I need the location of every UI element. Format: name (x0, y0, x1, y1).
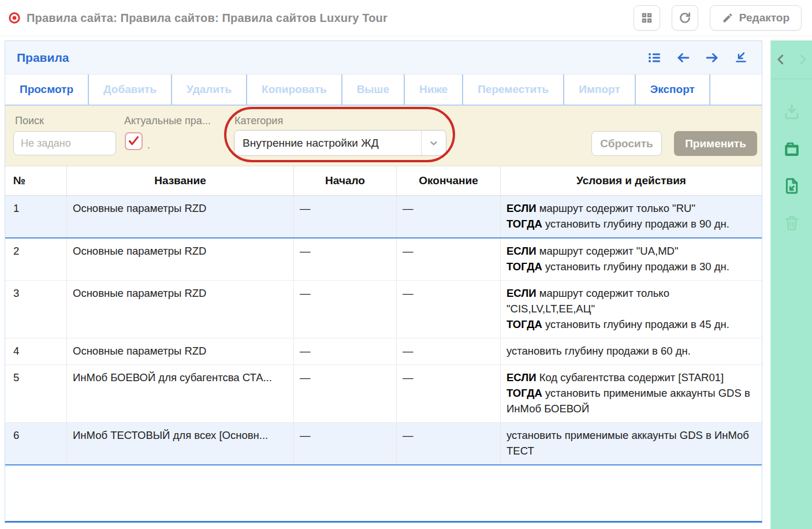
side-toolbar-nav (771, 40, 812, 79)
checkbox-suffix: . (147, 139, 150, 151)
table-row[interactable]: 6ИнМоб ТЕСТОВЫЙ для всех [Основн...——уст… (5, 423, 762, 465)
side-toolbar-tools (771, 79, 812, 233)
tab-export[interactable]: Экспорт (636, 74, 710, 105)
refresh-button[interactable] (672, 5, 698, 31)
chevron-right-icon (796, 53, 809, 66)
export-file-icon[interactable] (782, 176, 802, 196)
page-title: Правила сайта: Правила сайтов: Правила с… (27, 12, 388, 25)
topbar-actions: Редактор (634, 5, 802, 31)
cell-num: 6 (5, 423, 67, 464)
table-row[interactable]: 3Основные параметры RZD——ЕСЛИ маршрут со… (5, 281, 762, 338)
filter-bar: Поиск Актуальные пра... . Категория Внут… (5, 106, 762, 166)
search-label: Поиск (15, 115, 44, 127)
table-header: №НазваниеНачалоОкончаниеУсловия и действ… (5, 166, 762, 196)
cell-name: ИнМоб ТЕСТОВЫЙ для всех [Основн... (67, 423, 294, 464)
search-input[interactable] (13, 131, 116, 155)
refresh-icon (678, 11, 692, 25)
cell-conditions: ЕСЛИ маршрут содержит только "CIS,LV,LT,… (501, 281, 762, 338)
panel-title: Правила (17, 51, 69, 65)
rules-table: 1Основные параметры RZD——ЕСЛИ маршрут со… (5, 196, 762, 465)
save-icon[interactable] (782, 139, 802, 159)
column-header: Окончание (397, 166, 501, 195)
tab-down: Ниже (405, 74, 463, 105)
cell-num: 4 (5, 338, 67, 364)
table-row[interactable]: 1Основные параметры RZD——ЕСЛИ маршрут со… (5, 196, 762, 239)
apply-button[interactable]: Применить (674, 131, 757, 156)
chevron-left-icon[interactable] (774, 53, 787, 66)
category-label: Категория (234, 115, 283, 127)
cell-end: — (397, 196, 501, 237)
arrow-left-icon[interactable] (676, 51, 690, 65)
cell-end: — (397, 338, 501, 364)
cell-end: — (397, 423, 501, 464)
cell-num: 1 (5, 196, 67, 237)
top-bar: Правила сайта: Правила сайтов: Правила с… (0, 0, 812, 36)
cell-name: Основные параметры RZD (67, 239, 294, 280)
cell-start: — (294, 365, 397, 422)
tab-up: Выше (342, 74, 405, 105)
cell-conditions: установить глубину продажи в 60 дн. (501, 338, 762, 364)
cell-start: — (294, 239, 397, 280)
cell-start: — (294, 338, 397, 364)
category-dropdown[interactable]: Внутренние настройки ЖД (234, 130, 446, 156)
dock-arrow-icon[interactable] (734, 51, 748, 65)
table-row[interactable]: 4Основные параметры RZD——установить глуб… (5, 338, 762, 365)
cell-name: Основные параметры RZD (67, 196, 294, 237)
grid-icon (640, 12, 653, 24)
cell-start: — (294, 196, 397, 237)
trash-icon (782, 213, 802, 233)
cell-conditions: ЕСЛИ маршрут содержит только "RU"ТОГДА у… (501, 196, 762, 237)
cell-conditions: ЕСЛИ маршрут содержит "UA,MD"ТОГДА устан… (501, 239, 762, 280)
column-header: № (5, 166, 67, 195)
cell-conditions: установить применимые аккаунты GDS в ИнМ… (501, 423, 762, 464)
cell-num: 2 (5, 239, 67, 280)
actual-rules-checkbox[interactable] (125, 132, 143, 150)
cell-start: — (294, 423, 397, 464)
tab-view[interactable]: Просмотр (5, 74, 89, 105)
column-header: Название (67, 166, 294, 195)
actual-rules-label: Актуальные пра... (124, 115, 211, 127)
tab-add: Добавить (89, 74, 172, 105)
tab-move: Переместить (463, 74, 564, 105)
side-toolbar (770, 40, 812, 529)
toolbar-tabs: ПросмотрДобавитьУдалитьКопироватьВышеНиж… (5, 74, 762, 106)
grid-view-button[interactable] (634, 5, 660, 31)
import-download-icon (782, 102, 802, 122)
cell-end: — (397, 281, 501, 338)
table-row[interactable]: 5ИнМоб БОЕВОЙ для субагентсва СТА...——ЕС… (5, 365, 762, 423)
rules-panel: Правила (5, 40, 762, 523)
cell-end: — (397, 239, 501, 280)
tab-delete: Удалить (172, 74, 247, 105)
cell-num: 3 (5, 281, 67, 338)
tab-copy: Копировать (247, 74, 342, 105)
editor-button[interactable]: Редактор (710, 5, 802, 31)
chevron-down-icon (421, 131, 446, 155)
cell-end: — (397, 365, 501, 422)
list-icon[interactable] (647, 51, 661, 65)
column-header: Условия и действия (501, 166, 762, 195)
cell-name: ИнМоб БОЕВОЙ для субагентсва СТА... (67, 365, 294, 422)
pencil-icon (722, 12, 733, 24)
category-value: Внутренние настройки ЖД (234, 137, 421, 150)
cell-conditions: ЕСЛИ Код субагентства содержит [STAR01]Т… (501, 365, 762, 422)
table-row[interactable]: 2Основные параметры RZD——ЕСЛИ маршрут со… (5, 239, 762, 281)
reset-button[interactable]: Сбросить (591, 131, 662, 156)
target-icon (8, 12, 21, 24)
cell-name: Основные параметры RZD (67, 281, 294, 338)
arrow-right-icon[interactable] (705, 51, 719, 65)
editor-button-label: Редактор (739, 12, 789, 24)
panel-header: Правила (5, 41, 762, 74)
cell-name: Основные параметры RZD (67, 338, 294, 364)
column-header: Начало (294, 166, 397, 195)
tab-import: Импорт (564, 74, 635, 105)
cell-start: — (294, 281, 397, 338)
cell-num: 5 (5, 365, 67, 422)
